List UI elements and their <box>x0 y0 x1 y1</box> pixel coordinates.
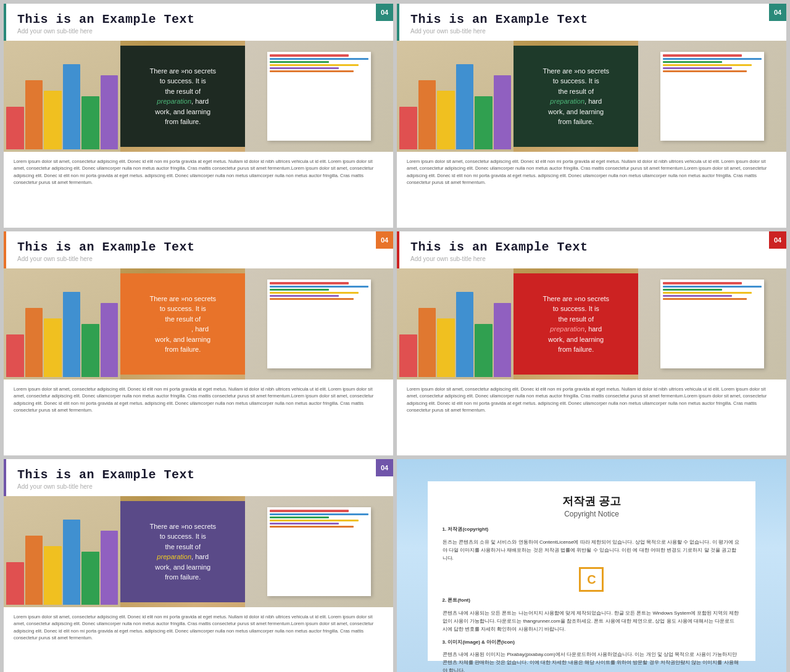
doc-visual-1 <box>267 52 371 141</box>
body-text-1: Lorem ipsum dolor sit amet, consectetur … <box>14 158 383 186</box>
bar <box>81 324 99 377</box>
doc-line <box>663 58 762 60</box>
bar <box>25 536 43 605</box>
chart-visual-5 <box>4 496 120 607</box>
copyright-title: 저작권 공고 <box>562 494 621 508</box>
doc-line <box>270 70 354 72</box>
slide-image-2: There are »no secretsto success. It isth… <box>397 41 786 152</box>
doc-line <box>270 289 329 291</box>
slide-subtitle-4: Add your own sub-title here <box>410 255 775 262</box>
copyright-section1-text: 돈즈는 콘텐츠의 소유 및 서비스와 연동하여 ContentLicense에 … <box>443 539 741 562</box>
doc-visual-2 <box>660 52 764 141</box>
right-strip-3 <box>245 268 393 380</box>
doc-line <box>270 282 349 284</box>
slide-header-2: This is an Example Text Add your own sub… <box>397 4 786 41</box>
bar <box>437 91 455 149</box>
slide-header-5: This is an Example Text Add your own sub… <box>4 459 393 496</box>
copyright-body: 1. 저작권(copyright) 돈즈는 콘텐츠의 소유 및 서비스와 연동하… <box>443 526 741 672</box>
bar <box>6 334 24 377</box>
doc-line <box>270 510 349 512</box>
slide-3: This is an Example Text Add your own sub… <box>4 231 393 455</box>
slide-2: This is an Example Text Add your own sub… <box>397 4 786 228</box>
doc-line <box>663 64 752 66</box>
slide-badge-3: 04 <box>376 231 393 249</box>
slide-body-2: Lorem ipsum dolor sit amet, consectetur … <box>397 152 786 228</box>
quote-box-5: There are »no secretsto success. It isth… <box>120 501 245 602</box>
slide-subtitle-5: Add your own sub-title here <box>17 483 382 490</box>
slide-subtitle-1: Add your own sub-title here <box>17 28 382 35</box>
bar <box>44 546 62 605</box>
doc-line <box>663 61 722 63</box>
doc-line <box>663 292 752 294</box>
slide-body-5: Lorem ipsum dolor sit amet, consectetur … <box>4 607 393 672</box>
copyright-slide: 저작권 공고 Copyright Notice 1. 저작권(copyright… <box>397 459 786 672</box>
slide-badge-2: 04 <box>769 4 786 21</box>
bar <box>81 552 99 605</box>
bar <box>44 91 62 149</box>
quote-text-1: There are »no secretsto success. It isth… <box>149 66 216 127</box>
bar <box>81 96 99 149</box>
copyright-section2-text: 콘텐츠 내에 사용되는 모든 폰트는 나는어지지 사용함에 맞게 제작되었습니다… <box>443 610 741 633</box>
slide-subtitle-2: Add your own sub-title here <box>410 28 775 35</box>
left-strip-3 <box>4 268 120 380</box>
bar <box>418 308 436 377</box>
quote-text-3: There are »no secretsto success. It isth… <box>149 294 216 355</box>
doc-line <box>663 70 747 72</box>
bar <box>63 292 81 377</box>
body-text-4: Lorem ipsum dolor sit amet, consectetur … <box>407 386 776 413</box>
bar <box>494 75 512 149</box>
doc-line <box>663 289 722 291</box>
bar <box>399 107 417 149</box>
bar <box>63 520 81 605</box>
bar <box>399 334 417 377</box>
right-strip-5 <box>245 496 393 607</box>
slide-5: This is an Example Text Add your own sub… <box>4 459 393 672</box>
copyright-section1-label: 1. 저작권(copyright) <box>443 526 741 534</box>
slide-subtitle-3: Add your own sub-title here <box>17 255 382 262</box>
slide-badge-4: 04 <box>769 231 786 249</box>
chart-visual-3 <box>4 268 120 380</box>
quote-box-4: There are »no secretsto success. It isth… <box>514 273 638 375</box>
bar <box>25 80 43 149</box>
doc-line <box>270 61 329 63</box>
right-strip-4 <box>638 268 786 380</box>
copyright-section2-label: 2. 폰트(font) <box>443 597 741 605</box>
slide-body-4: Lorem ipsum dolor sit amet, consectetur … <box>397 380 786 455</box>
chart-visual-4 <box>397 268 514 380</box>
bar <box>44 318 62 377</box>
doc-visual-4 <box>660 280 764 368</box>
slide-image-1: There are »no secretsto success. It isth… <box>4 41 393 152</box>
bar <box>456 292 474 377</box>
left-strip-2 <box>397 41 514 152</box>
doc-line <box>270 292 359 294</box>
slide-title-4: This is an Example Text <box>410 240 775 254</box>
chart-visual-2 <box>397 41 514 152</box>
body-text-3: Lorem ipsum dolor sit amet, consectetur … <box>14 386 383 413</box>
doc-visual-3 <box>267 280 371 368</box>
copyright-subtitle: Copyright Notice <box>564 510 619 518</box>
copyright-section3-label: 3. 이미지(image) & 아이콘(icon) <box>443 639 741 647</box>
doc-line <box>270 526 354 528</box>
bar <box>6 562 24 605</box>
bar <box>494 303 512 377</box>
bar <box>25 308 43 377</box>
c-logo: C <box>579 567 604 592</box>
slide-4: This is an Example Text Add your own sub… <box>397 231 786 455</box>
doc-line <box>270 520 359 521</box>
slide-badge-5: 04 <box>376 459 393 476</box>
slide-title-2: This is an Example Text <box>410 12 775 27</box>
doc-line <box>270 58 368 60</box>
right-strip-2 <box>638 41 786 152</box>
slide-header-1: This is an Example Text Add your own sub… <box>4 4 393 41</box>
doc-line <box>270 513 368 515</box>
quote-text-4: There are »no secretsto success. It isth… <box>543 294 609 355</box>
doc-line <box>270 516 329 518</box>
right-strip-1 <box>245 41 393 152</box>
bar <box>418 80 436 149</box>
bar <box>456 64 474 149</box>
slide-header-3: This is an Example Text Add your own sub… <box>4 231 393 268</box>
doc-visual-5 <box>267 507 371 596</box>
bar <box>101 531 118 605</box>
slide-image-4: There are »no secretsto success. It isth… <box>397 268 786 380</box>
quote-text-5: There are »no secretsto success. It isth… <box>149 521 216 583</box>
